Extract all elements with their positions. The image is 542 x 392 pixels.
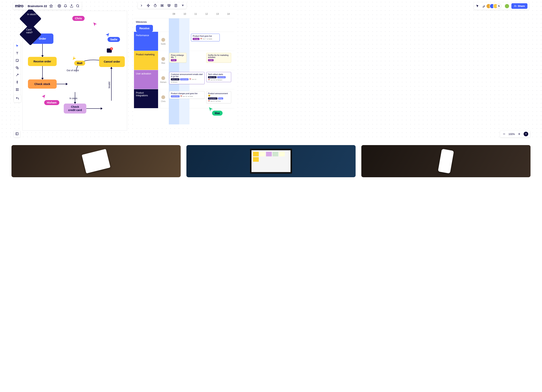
node-cancel-order[interactable]: Cancel order [99,56,125,67]
timeline-card[interactable]: Product changes post goes liveFront-end📅… [169,91,205,99]
swimlane-label: Performance [134,32,158,51]
card-meta: PMM [171,59,185,61]
canvas-area[interactable]: miro Brainstorm 22 5 Share [0,0,542,140]
chevron-right-icon[interactable] [139,3,144,8]
star-icon[interactable] [49,4,53,8]
card-meta: Design📅 Oct 7● Sadie [193,38,218,40]
select-tool-icon[interactable] [15,44,20,48]
cursor-label-chris: Chris [72,16,85,21]
zoom-level[interactable]: 100% [509,133,515,136]
bell-icon[interactable] [63,4,68,8]
record-icon[interactable] [160,3,164,8]
svg-line-26 [16,74,18,76]
receive-milestone-pill[interactable]: Receive [136,25,153,32]
undo-icon[interactable] [15,96,20,100]
svg-marker-12 [169,5,170,5]
timeline-row[interactable]: Product marketingMaePress embargo lifts … [134,51,234,70]
arrow-tool-icon[interactable] [15,73,20,77]
export-icon[interactable] [70,4,74,8]
comment-count-badge: 3 [110,47,113,50]
board-name[interactable]: Brainstorm 22 [28,4,47,8]
card-tag: Front-end [217,76,226,78]
shape-tool-icon[interactable] [15,65,20,70]
timeline-card[interactable]: Product announcement 😊AcquisitionBlog📅 J… [206,91,231,103]
avatar-overflow-count[interactable]: 5 [496,4,501,9]
frame-tool-icon[interactable] [15,87,20,92]
svg-rect-44 [16,133,18,135]
settings-icon[interactable] [57,4,61,8]
zoom-in-icon[interactable] [517,132,521,136]
share-button-label: Share [518,5,525,7]
comment-thread-icon[interactable]: 3 [107,49,112,53]
swimlane-content[interactable]: Customer announcement emails start to go… [168,70,234,89]
date-col-header: 12 [201,13,212,15]
swimlane-label: Product Integrations [134,89,158,108]
node-check-stock[interactable]: Check stock [28,79,57,89]
arrowhead-icon [110,67,113,69]
timeline-header: 09 10 11 12 13 14 [134,10,234,18]
svg-marker-0 [49,5,52,7]
notes-icon[interactable] [174,3,178,8]
timer-icon[interactable] [153,3,157,8]
sticky-tool-icon[interactable] [15,58,20,63]
svg-marker-40 [106,33,109,37]
cursor-icon [41,95,45,98]
timeline-card[interactable]: Press embargo lifts 🕺PMM [169,53,186,63]
card-title: Go/No-Go for marketing activities [208,54,229,58]
card-tag: PMM [208,59,214,61]
zoom-out-icon[interactable] [502,132,506,136]
timeline-row[interactable]: Product IntegrationsChrisProduct changes… [134,89,234,108]
swimlane-content[interactable]: Product Hunt goes liveDesign📅 Oct 7● Sad… [168,32,234,51]
date-col-header: 13 [212,13,223,15]
reactions-icon[interactable] [482,4,486,8]
flowchart-frame[interactable]: Order Receive order Check stock In stock… [22,11,127,131]
undo-bar [14,95,21,102]
card-meta: Back-endFront-end📅 Jun 16● Hisham [208,76,229,81]
cursor-label-hisham: Hisham [44,100,59,105]
cursor-filled-icon[interactable] [475,4,480,8]
card-meta: AcquisitionBlog📅 Jun 17● Chris [208,98,229,102]
svg-marker-42 [42,95,45,98]
svg-point-1 [59,5,60,6]
text-tool-icon[interactable] [15,51,20,55]
pen-tool-icon[interactable] [15,80,20,85]
svg-marker-41 [73,56,76,60]
presence-bar: 5 Share [474,2,529,10]
more-chevron-icon[interactable] [181,3,185,8]
timeline-frame[interactable]: 09 10 11 12 13 14 Milestones Receive Per… [134,10,234,125]
timeline-row[interactable]: User activationHishamCustomer announceme… [134,70,234,89]
node-check-credit-card[interactable]: Check credit card [64,103,86,114]
card-meta: PMM [208,59,229,61]
svg-marker-37 [101,107,103,110]
swimlane-content[interactable]: Product changes post goes liveFront-end📅… [168,89,234,108]
marketing-image-tablet [11,145,181,177]
card-tag: Front-end [180,78,189,80]
edge [111,67,112,101]
timeline-card[interactable]: Product Hunt goes liveDesign📅 Oct 7● Sad… [191,34,220,41]
search-icon[interactable] [76,4,80,8]
node-receive-order[interactable]: Receive order [28,57,57,66]
edge [86,108,102,109]
help-button[interactable]: ? [524,132,528,136]
cursor-label-matt: Matt [74,61,85,66]
current-user-avatar[interactable] [504,4,509,9]
panel-toggle-button[interactable] [14,131,20,137]
arrowhead-icon [66,83,68,85]
swimlane-content[interactable]: Press embargo lifts 🕺PMMGo/No-Go for mar… [168,51,234,70]
svg-marker-5 [147,4,150,7]
share-button[interactable]: Share [511,3,527,9]
timeline-card[interactable]: Customer announcement emails start to go… [169,72,205,84]
miro-logo: miro [15,3,26,8]
swimlane-label: Product marketing [134,51,158,70]
present-icon[interactable] [167,3,171,8]
card-tag: Back-end [208,76,217,78]
collaborator-avatars[interactable]: 5 [488,4,501,9]
card-title: Tech rollout starts [208,73,229,76]
cursor-icon [105,33,109,37]
svg-point-25 [17,68,19,69]
timeline-card[interactable]: Go/No-Go for marketing activitiesPMM [206,53,231,63]
timeline-row[interactable]: PerformanceSadieProduct Hunt goes liveDe… [134,32,234,51]
timeline-card[interactable]: Tech rollout startsBack-endFront-end📅 Ju… [206,72,231,82]
svg-marker-38 [110,67,113,69]
bolt-icon[interactable] [146,3,150,8]
